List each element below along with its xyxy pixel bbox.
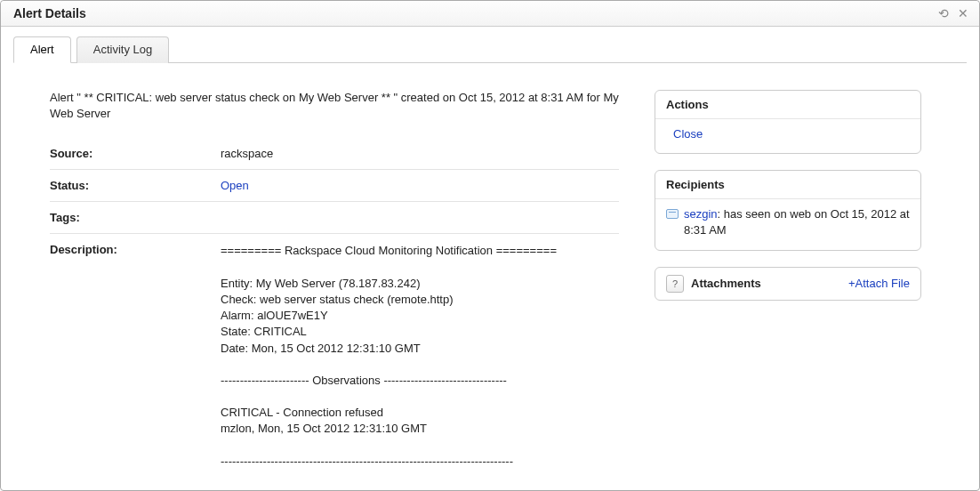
row-tags: Tags:: [50, 202, 619, 234]
user-icon: [666, 209, 679, 219]
tab-activity-log[interactable]: Activity Log: [76, 36, 169, 63]
row-source: Source: rackspace: [50, 138, 619, 170]
window-controls: ⟲ ✕: [938, 6, 968, 20]
tab-alert[interactable]: Alert: [13, 36, 71, 63]
value-status[interactable]: Open: [221, 179, 249, 192]
attachments-title: Attachments: [691, 277, 761, 290]
panel-actions: Actions Close: [655, 90, 921, 154]
label-status: Status:: [50, 179, 221, 192]
panel-attachments: ? Attachments +Attach File: [655, 267, 921, 301]
panel-recipients: Recipients sezgin: has seen on web on Oc…: [655, 170, 921, 250]
panel-actions-body: Close: [655, 119, 920, 153]
alert-main: Alert " ** CRITICAL: web server status c…: [50, 90, 619, 479]
tabs: Alert Activity Log: [13, 36, 967, 63]
row-description: Description: ========= Rackspace Cloud M…: [50, 234, 619, 479]
help-icon[interactable]: ?: [666, 275, 684, 293]
refresh-icon[interactable]: ⟲: [938, 6, 949, 20]
sidebar: Actions Close Recipients sezgin: has see…: [655, 90, 921, 479]
panel-recipients-body: sezgin: has seen on web on Oct 15, 2012 …: [655, 199, 920, 249]
panel-actions-title: Actions: [655, 91, 920, 119]
recipient-row: sezgin: has seen on web on Oct 15, 2012 …: [666, 206, 910, 238]
close-icon[interactable]: ✕: [958, 6, 968, 20]
recipient-rest: : has seen on web on Oct 15, 2012 at 8:3…: [684, 207, 910, 237]
label-source: Source:: [50, 147, 221, 160]
content: Alert " ** CRITICAL: web server status c…: [1, 63, 979, 479]
recipient-text: sezgin: has seen on web on Oct 15, 2012 …: [684, 206, 910, 238]
description-text: ========= Rackspace Cloud Monitoring Not…: [221, 243, 557, 470]
attachments-left: ? Attachments: [666, 275, 761, 293]
action-close[interactable]: Close: [666, 126, 703, 142]
label-tags: Tags:: [50, 211, 221, 224]
attach-file-link[interactable]: +Attach File: [848, 277, 910, 290]
row-status: Status: Open: [50, 170, 619, 202]
label-description: Description:: [50, 243, 221, 256]
window-title: Alert Details: [13, 6, 86, 20]
alert-summary: Alert " ** CRITICAL: web server status c…: [50, 90, 619, 122]
panel-recipients-title: Recipients: [655, 171, 920, 199]
window-titlebar: Alert Details ⟲ ✕: [1, 1, 979, 27]
recipient-name[interactable]: sezgin: [684, 207, 718, 221]
value-source: rackspace: [221, 147, 273, 160]
value-description: ========= Rackspace Cloud Monitoring Not…: [221, 243, 557, 470]
